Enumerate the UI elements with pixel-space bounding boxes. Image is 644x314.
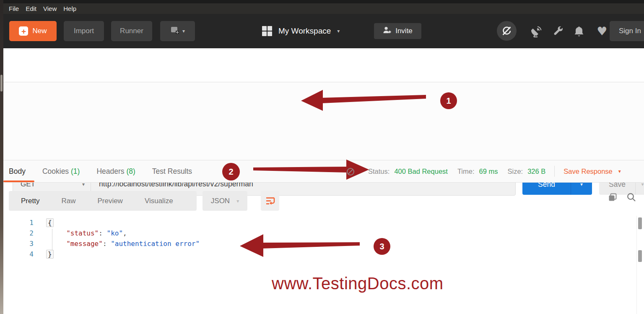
desktop-strip-notch (0, 75, 3, 92)
chevron-down-icon: ▾ (618, 168, 621, 174)
response-status-row: Status: 400 Bad Request Time: 69 ms Size… (368, 160, 621, 182)
copy-button[interactable] (608, 193, 617, 204)
line-number: 1 (3, 217, 34, 228)
favorites-button[interactable]: ♥ (596, 26, 608, 37)
bell-icon (574, 26, 584, 37)
cookies-label: Cookies (42, 167, 69, 175)
request-builder-section: GET ▾ http://localhost/testlink/lib/api/… (3, 82, 644, 160)
size-value: 326 B (527, 167, 545, 175)
language-dropdown[interactable]: JSON ▾ (203, 191, 247, 211)
window-top-edge (3, 0, 644, 3)
invite-button[interactable]: Invite (374, 23, 421, 39)
code-content: { (46, 217, 54, 228)
watermark: www.TestingDocs.com (272, 274, 439, 293)
desktop-background-strip (0, 0, 3, 314)
search-icon (626, 192, 636, 202)
response-tab-test-results[interactable]: Test Results (152, 167, 192, 176)
main-toolbar: + New Import Runner ▾ My Workspace ▾ Inv… (3, 14, 644, 48)
size-label: Size: (507, 167, 523, 175)
workspace-grid-icon (262, 26, 272, 36)
satellite-button[interactable] (530, 26, 542, 37)
invite-button-label: Invite (395, 27, 413, 35)
sign-in-button[interactable]: Sign In (610, 21, 644, 41)
response-body-code: 1{2 "status": "ko",3 "message": "authent… (3, 217, 636, 259)
active-tab-underline (3, 181, 34, 182)
sign-in-label: Sign In (619, 27, 641, 35)
code-content: "message": "authentication error" (46, 238, 200, 249)
line-number: 4 (3, 249, 34, 259)
format-tab-pretty[interactable]: Pretty (21, 197, 39, 205)
response-tab-headers[interactable]: Headers (8) (96, 167, 135, 176)
search-button[interactable] (626, 192, 636, 204)
heart-icon: ♥ (597, 26, 607, 37)
wrap-text-button[interactable] (261, 191, 279, 211)
satellite-icon (530, 26, 542, 37)
new-window-icon (170, 26, 179, 37)
notifications-button[interactable] (573, 26, 585, 37)
chevron-down-icon: ▾ (182, 28, 185, 34)
format-tab-visualize[interactable]: Visualize (145, 197, 173, 205)
code-content: "status": "ko", (46, 228, 127, 238)
sync-disabled-button[interactable] (497, 21, 517, 41)
invite-person-icon (383, 26, 392, 36)
app-menubar: File Edit View Help (3, 3, 644, 14)
new-button-label: New (32, 27, 47, 35)
new-button[interactable]: + New (9, 21, 57, 41)
plus-icon: + (19, 26, 28, 36)
scrollbar-thumb[interactable] (638, 250, 642, 262)
cookies-count: (1) (71, 167, 80, 175)
code-line: 3 "message": "authentication error" (3, 238, 636, 249)
response-tab-cookies[interactable]: Cookies (1) (42, 167, 80, 176)
workspace-label: My Workspace (278, 26, 331, 36)
menu-edit[interactable]: Edit (26, 5, 36, 12)
runner-button-label: Runner (120, 27, 143, 35)
menu-view[interactable]: View (43, 5, 57, 12)
response-tab-body[interactable]: Body (9, 167, 26, 176)
code-line: 1{ (3, 217, 636, 228)
new-window-button[interactable]: ▾ (160, 21, 195, 41)
code-line: 4} (3, 249, 636, 259)
code-line: 2 "status": "ko", (3, 228, 636, 238)
line-number: 3 (3, 238, 34, 249)
time-label: Time: (457, 167, 475, 175)
time-value: 69 ms (479, 167, 498, 175)
status-value: 400 Bad Request (394, 167, 448, 175)
save-response-button[interactable]: Save Response ▾ (564, 167, 621, 175)
headers-count: (8) (126, 167, 135, 175)
format-tab-raw[interactable]: Raw (61, 197, 75, 205)
chevron-down-icon: ▾ (337, 28, 340, 34)
sync-off-icon (501, 25, 512, 37)
format-tab-preview[interactable]: Preview (97, 197, 122, 205)
workspace-switcher[interactable]: My Workspace ▾ (262, 24, 340, 38)
line-number: 2 (3, 228, 34, 238)
runner-button[interactable]: Runner (111, 21, 152, 41)
headers-label: Headers (96, 167, 124, 175)
wrench-icon (553, 26, 564, 37)
scrollbar-thumb[interactable] (638, 217, 642, 229)
response-header: Body Cookies (1) Headers (8) Test Result… (3, 160, 644, 183)
response-tabs: Body Cookies (1) Headers (8) Test Result… (9, 160, 192, 182)
save-response-label: Save Response (564, 167, 613, 175)
response-action-icons (608, 192, 636, 204)
scrollbar-track (636, 216, 637, 314)
copy-icon (608, 193, 617, 202)
import-button[interactable]: Import (64, 21, 104, 41)
status-label: Status: (368, 167, 390, 175)
code-fold-line (52, 229, 52, 251)
menu-help[interactable]: Help (63, 5, 76, 12)
settings-wrench-button[interactable] (552, 26, 564, 37)
language-label: JSON (211, 197, 230, 205)
chevron-down-icon: ▾ (236, 198, 239, 204)
request-tabs-band: GET http://localhost/testlink/lib/api/..… (3, 48, 644, 82)
response-format-tabs: Pretty Raw Preview Visualize (9, 191, 197, 211)
menu-file[interactable]: File (9, 5, 19, 12)
import-button-label: Import (74, 27, 94, 35)
divider (554, 166, 555, 177)
wrap-text-icon (265, 196, 275, 206)
